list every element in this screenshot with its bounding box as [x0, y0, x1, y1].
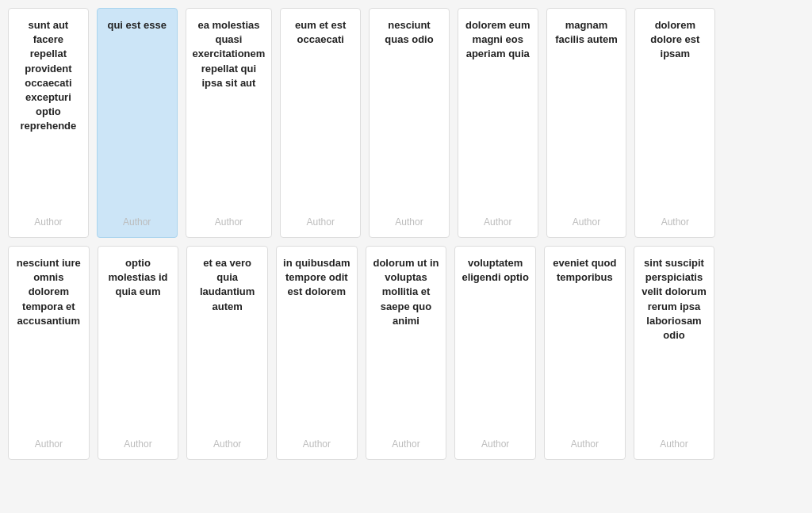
card-1-8-author: Author [642, 216, 708, 228]
card-1-1-title: sunt aut facere repellat provident occae… [15, 18, 82, 209]
card-1-2[interactable]: qui est esseAuthor [97, 8, 178, 238]
card-2-8-title: sint suscipit perspiciatis velit dolorum… [641, 256, 708, 431]
card-1-6-title: dolorem eum magni eos aperiam quia [465, 18, 531, 209]
card-2-1[interactable]: nesciunt iure omnis dolorem tempora et a… [8, 246, 90, 460]
card-1-7[interactable]: magnam facilis autemAuthor [546, 8, 627, 238]
card-2-3[interactable]: et ea vero quia laudantium autemAuthor [186, 246, 268, 460]
card-2-1-author: Author [15, 438, 82, 450]
card-1-4[interactable]: eum et est occaecatiAuthor [280, 8, 361, 238]
card-2-7[interactable]: eveniet quod temporibusAuthor [544, 246, 626, 460]
card-2-5-author: Author [373, 438, 440, 450]
card-2-2-title: optio molestias id quia eum [105, 256, 172, 431]
card-1-4-title: eum et est occaecati [287, 18, 354, 209]
card-2-7-author: Author [551, 438, 619, 450]
card-2-1-title: nesciunt iure omnis dolorem tempora et a… [15, 256, 82, 431]
card-2-2-author: Author [105, 438, 172, 450]
card-1-5[interactable]: nesciunt quas odioAuthor [369, 8, 450, 238]
card-1-4-author: Author [287, 216, 354, 228]
card-2-7-title: eveniet quod temporibus [551, 256, 619, 431]
card-2-5-title: dolorum ut in voluptas mollitia et saepe… [373, 256, 440, 431]
card-2-8-author: Author [641, 438, 708, 450]
card-1-8[interactable]: dolorem dolore est ipsamAuthor [634, 8, 715, 238]
card-2-6[interactable]: voluptatem eligendi optioAuthor [454, 246, 536, 460]
card-2-6-author: Author [462, 438, 529, 450]
card-1-7-title: magnam facilis autem [553, 18, 620, 209]
card-1-3-title: ea molestias quasi exercitationem repell… [193, 18, 266, 209]
card-grid-row2: nesciunt iure omnis dolorem tempora et a… [8, 246, 804, 460]
card-2-2[interactable]: optio molestias id quia eumAuthor [98, 246, 179, 460]
card-1-7-author: Author [553, 216, 620, 228]
card-2-5[interactable]: dolorum ut in voluptas mollitia et saepe… [366, 246, 447, 460]
card-1-1[interactable]: sunt aut facere repellat provident occae… [8, 8, 89, 238]
card-1-2-author: Author [104, 216, 170, 228]
card-grid-row1: sunt aut facere repellat provident occae… [8, 8, 804, 238]
card-1-5-author: Author [376, 216, 442, 228]
card-2-8[interactable]: sint suscipit perspiciatis velit dolorum… [634, 246, 715, 460]
card-1-3[interactable]: ea molestias quasi exercitationem repell… [186, 8, 273, 238]
card-2-4[interactable]: in quibusdam tempore odit est doloremAut… [276, 246, 358, 460]
card-1-5-title: nesciunt quas odio [376, 18, 442, 209]
card-2-4-author: Author [283, 438, 350, 450]
card-1-8-title: dolorem dolore est ipsam [642, 18, 708, 209]
card-1-3-author: Author [193, 216, 266, 228]
card-2-6-title: voluptatem eligendi optio [462, 256, 529, 431]
card-2-3-author: Author [193, 438, 261, 450]
card-1-6[interactable]: dolorem eum magni eos aperiam quiaAuthor [458, 8, 538, 238]
card-1-1-author: Author [15, 216, 82, 228]
card-2-4-title: in quibusdam tempore odit est dolorem [283, 256, 350, 431]
card-1-2-title: qui est esse [104, 18, 170, 209]
card-2-3-title: et ea vero quia laudantium autem [193, 256, 261, 431]
card-1-6-author: Author [465, 216, 531, 228]
